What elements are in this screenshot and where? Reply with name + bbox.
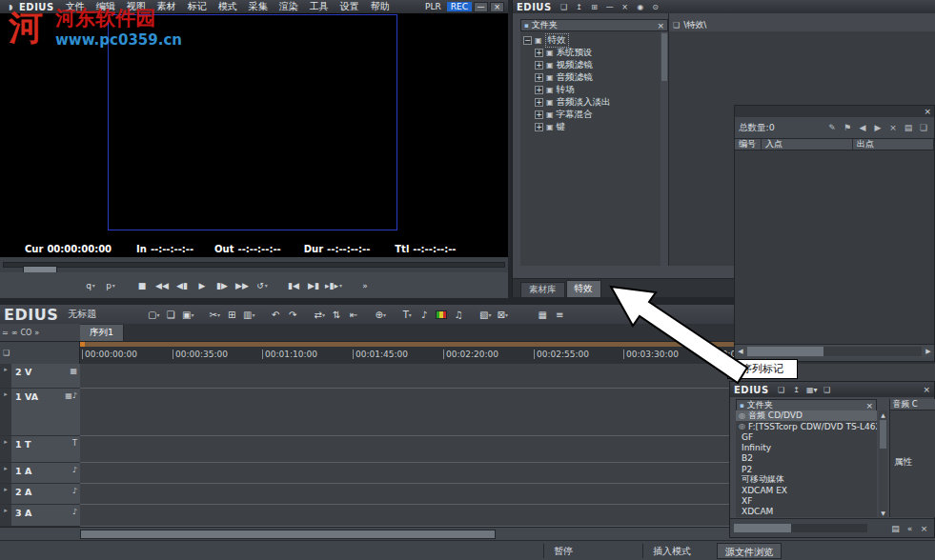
plr-button[interactable]: PLR: [421, 2, 445, 11]
restore-icon[interactable]: ❏: [775, 385, 788, 395]
bin-item-xf[interactable]: XF: [736, 496, 877, 507]
tree-item-system-presets[interactable]: + ▣ 系统预设: [520, 47, 668, 59]
bin-horizontal-scrollbar[interactable]: [734, 524, 867, 532]
video-audio-track-icon[interactable]: ▦♪: [65, 391, 77, 400]
add-marker-icon[interactable]: ⚑: [841, 121, 854, 134]
view-mode-icon[interactable]: ▦▾: [805, 385, 819, 395]
track-handle[interactable]: ▸: [0, 505, 11, 526]
position-slider[interactable]: [0, 257, 508, 272]
expand-icon[interactable]: +: [535, 123, 543, 131]
track-handle[interactable]: ▸: [0, 463, 11, 483]
bin-item-audio-cd-dvd[interactable]: ◎音频 CD/DVD: [736, 410, 877, 421]
tree-scrollbar[interactable]: [661, 31, 668, 266]
column-number[interactable]: 编号: [735, 139, 762, 150]
marker-horizontal-scrollbar[interactable]: ◀ ▶: [735, 344, 934, 357]
dropdown-arrow-icon[interactable]: ▾: [265, 282, 268, 289]
voiceover-button[interactable]: ♪: [417, 308, 432, 322]
track-handle[interactable]: ▸: [0, 436, 11, 462]
cut-button[interactable]: ✂▾: [207, 308, 222, 322]
properties-label[interactable]: 属性: [890, 456, 935, 469]
column-out[interactable]: 出点: [853, 139, 934, 150]
menu-settings[interactable]: 设置: [335, 0, 365, 13]
tree-item-audio-cross-fade[interactable]: + ▣ 音频淡入淡出: [520, 96, 668, 109]
add-transition-button[interactable]: ⊕▾: [373, 308, 388, 322]
tree-scrollbar-thumb[interactable]: [661, 33, 667, 81]
trim-button[interactable]: ⇤: [346, 308, 361, 322]
track-header-2a[interactable]: ▸ 2 A♪: [0, 484, 80, 505]
dropdown-arrow-icon[interactable]: ▾: [383, 311, 386, 318]
bin-vertical-scrollbar[interactable]: ▲ ▼: [879, 410, 887, 517]
paste-button[interactable]: ▥▾: [241, 308, 256, 322]
bin-item-dvd-drive[interactable]: ◎F:[TSSTcorp CDW/DVD TS-L462]: [736, 421, 877, 431]
tab-bin[interactable]: 素材库: [520, 282, 565, 297]
loop-button[interactable]: ↺▾: [254, 278, 271, 293]
dock-icon[interactable]: ↥: [790, 385, 803, 395]
scrollbar-thumb[interactable]: [880, 420, 886, 449]
track-handle[interactable]: ▸: [0, 389, 11, 435]
display-mode-button[interactable]: ▧▾: [478, 308, 493, 322]
speaker-icon[interactable]: ♪: [72, 487, 77, 495]
track-header-1va[interactable]: ▸ 1 VA▦♪: [0, 389, 80, 436]
marker-list[interactable]: [735, 150, 934, 344]
scrollbar-thumb[interactable]: [747, 347, 823, 356]
previous-frame-button[interactable]: ◀▮: [173, 278, 191, 293]
close-icon[interactable]: ×: [924, 107, 931, 116]
dropdown-arrow-icon[interactable]: ▾: [409, 311, 412, 318]
dropdown-arrow-icon[interactable]: ▾: [813, 386, 817, 394]
bin-item-gf[interactable]: GF: [736, 431, 877, 442]
close-icon[interactable]: ×: [923, 385, 930, 394]
expand-icon[interactable]: +: [535, 49, 543, 57]
undo-button[interactable]: ↶: [268, 308, 283, 322]
minimize-icon[interactable]: —: [603, 2, 617, 12]
track-header-1t[interactable]: ▸ 1 TT: [0, 436, 80, 463]
tree-item-audio-filters[interactable]: + ▣ 音频滤镜: [520, 71, 668, 84]
delete-marker-icon[interactable]: ×: [886, 121, 900, 134]
chase-icon[interactable]: CO: [20, 329, 31, 337]
dropdown-arrow-icon[interactable]: ▾: [191, 311, 193, 318]
grid-button[interactable]: ▦: [535, 308, 550, 322]
menu-tools[interactable]: 工具: [304, 0, 335, 13]
column-in[interactable]: 入点: [762, 139, 853, 150]
rewind-button[interactable]: ◀◀: [153, 278, 171, 293]
shuttle-button[interactable]: p▾: [102, 278, 119, 293]
speaker-icon[interactable]: ♪: [72, 466, 77, 474]
delete-button[interactable]: ⊠▾: [495, 308, 510, 322]
go-to-out-button[interactable]: ▶▮: [305, 278, 322, 293]
tree-root-label[interactable]: 特效: [545, 33, 569, 48]
go-to-in-button[interactable]: ▮◀: [285, 278, 302, 293]
speaker-button[interactable]: ♫: [451, 308, 466, 322]
dropdown-arrow-icon[interactable]: ▾: [217, 311, 220, 318]
bin-item-xdcam-ex[interactable]: XDCAM EX: [736, 485, 877, 495]
timeline-scrollbar-thumb[interactable]: [80, 530, 496, 539]
speaker-icon[interactable]: ♪: [72, 508, 77, 516]
cascade-icon[interactable]: ⊞: [588, 2, 601, 12]
menu-mode[interactable]: 模式: [213, 0, 243, 13]
previous-marker-icon[interactable]: ◀: [856, 121, 869, 134]
loop-icon[interactable]: ∞: [11, 329, 18, 337]
scroll-up-icon[interactable]: ▲: [881, 410, 885, 419]
tree-item-key[interactable]: + ▣ 键: [520, 121, 668, 133]
position-slider-track[interactable]: [3, 262, 505, 268]
tab-sequence-1[interactable]: 序列1: [80, 325, 124, 341]
track-header-3a[interactable]: ▸ 3 A♪: [0, 505, 80, 527]
status-insert-mode[interactable]: 插入模式: [642, 544, 691, 558]
minimize-button[interactable]: —: [474, 2, 488, 12]
export-marker-icon[interactable]: ❏: [917, 121, 930, 134]
waveform-icon[interactable]: ≃: [2, 329, 9, 337]
dropdown-arrow-icon[interactable]: ▾: [156, 311, 159, 318]
menu-capture[interactable]: 采集: [243, 0, 274, 13]
track-handle[interactable]: ▸: [0, 364, 11, 388]
tree-item-transitions[interactable]: + ▣ 转场: [520, 84, 668, 96]
dropdown-arrow-icon[interactable]: ▾: [322, 311, 325, 318]
dock-icon[interactable]: ↥: [573, 2, 586, 12]
close-pane-icon[interactable]: ×: [865, 401, 873, 410]
overflow-icon[interactable]: »: [34, 329, 39, 337]
dropdown-arrow-icon[interactable]: ▾: [339, 282, 342, 289]
close-button[interactable]: ×: [490, 2, 504, 12]
bin-item-p2[interactable]: P2: [736, 464, 877, 474]
stop-button[interactable]: ■: [133, 278, 151, 293]
restore-icon[interactable]: ❏: [558, 2, 571, 12]
bin-item-infinity[interactable]: Infinity: [736, 443, 877, 453]
redo-button[interactable]: ↷: [285, 308, 300, 322]
lock-icon[interactable]: ⊙: [649, 2, 662, 12]
